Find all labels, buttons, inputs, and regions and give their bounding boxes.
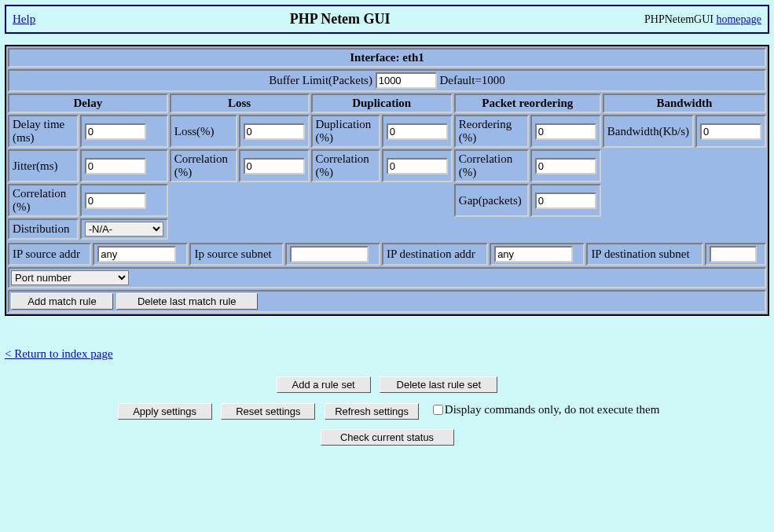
delay-corr-input[interactable]	[85, 193, 146, 209]
label-ip-dst-subnet: IP destination subnet	[586, 243, 703, 266]
col-reordering: Packet reordering	[454, 94, 601, 113]
label-jitter: Jitter(ms)	[8, 149, 79, 182]
label-ip-src-subnet: Ip source subnet	[189, 243, 283, 266]
label-distribution: Distribution	[8, 218, 79, 240]
label-ip-dst-addr: IP destination addr	[382, 243, 488, 266]
reset-settings-button[interactable]	[221, 403, 315, 420]
ip-dst-addr-input[interactable]	[494, 246, 573, 262]
check-status-button[interactable]	[321, 429, 454, 446]
gap-input[interactable]	[535, 193, 596, 209]
col-duplication: Duplication	[311, 94, 453, 113]
label-delay-corr: Correlation (%)	[8, 184, 79, 217]
label-bandwidth: Bandwidth(Kb/s)	[603, 115, 694, 148]
label-dup-pct: Duplication (%)	[311, 115, 380, 148]
buffer-row: Buffer Limit(Packets) Default=1000	[8, 69, 766, 92]
label-loss-corr: Correlation (%)	[170, 149, 237, 182]
bandwidth-input[interactable]	[700, 123, 761, 140]
homepage-link[interactable]: homepage	[716, 13, 761, 25]
buffer-input[interactable]	[376, 72, 437, 89]
project-label: PHPNetemGUI homepage	[644, 13, 761, 26]
display-only-label: Display commands only, do not execute th…	[445, 403, 660, 416]
add-match-rule-button[interactable]	[11, 293, 113, 310]
label-dup-corr: Correlation (%)	[311, 149, 380, 182]
buffer-default: Default=1000	[439, 74, 504, 86]
help-link[interactable]: Help	[13, 13, 35, 25]
delay-time-input[interactable]	[85, 123, 146, 140]
col-delay: Delay	[8, 94, 168, 113]
apply-settings-button[interactable]	[118, 403, 212, 420]
label-loss-pct: Loss(%)	[170, 115, 237, 148]
dup-corr-input[interactable]	[387, 158, 448, 174]
dup-pct-input[interactable]	[387, 123, 448, 140]
label-ip-src-addr: IP source addr	[8, 243, 91, 266]
label-reorder-corr: Correlation (%)	[454, 149, 529, 182]
header-bar: Help PHP Netem GUI PHPNetemGUI homepage	[5, 5, 769, 34]
loss-corr-input[interactable]	[244, 158, 305, 174]
delete-match-rule-button[interactable]	[116, 293, 258, 310]
distribution-select[interactable]: -N/A-	[85, 222, 163, 237]
delete-ruleset-button[interactable]	[380, 376, 497, 393]
ip-src-addr-input[interactable]	[97, 246, 176, 262]
label-gap: Gap(packets)	[454, 184, 529, 217]
reorder-pct-input[interactable]	[535, 123, 596, 140]
port-number-select[interactable]: Port number	[11, 270, 129, 285]
loss-pct-input[interactable]	[244, 123, 305, 140]
jitter-input[interactable]	[85, 158, 146, 174]
add-ruleset-button[interactable]	[277, 376, 371, 393]
ip-src-subnet-input[interactable]	[290, 246, 369, 262]
page-title: PHP Netem GUI	[35, 11, 644, 28]
display-only-checkbox[interactable]	[433, 405, 443, 415]
col-bandwidth: Bandwidth	[603, 94, 766, 113]
label-reorder-pct: Reordering (%)	[454, 115, 529, 148]
interface-heading: Interface: eth1	[8, 48, 766, 68]
return-link[interactable]: < Return to index page	[5, 347, 113, 360]
col-loss: Loss	[170, 94, 310, 113]
ip-dst-subnet-input[interactable]	[710, 246, 757, 262]
refresh-settings-button[interactable]	[325, 403, 419, 420]
buffer-label: Buffer Limit(Packets)	[269, 74, 372, 86]
label-delay-time: Delay time (ms)	[8, 115, 79, 148]
reorder-corr-input[interactable]	[535, 158, 596, 174]
config-panel: Interface: eth1 Buffer Limit(Packets) De…	[5, 45, 769, 316]
